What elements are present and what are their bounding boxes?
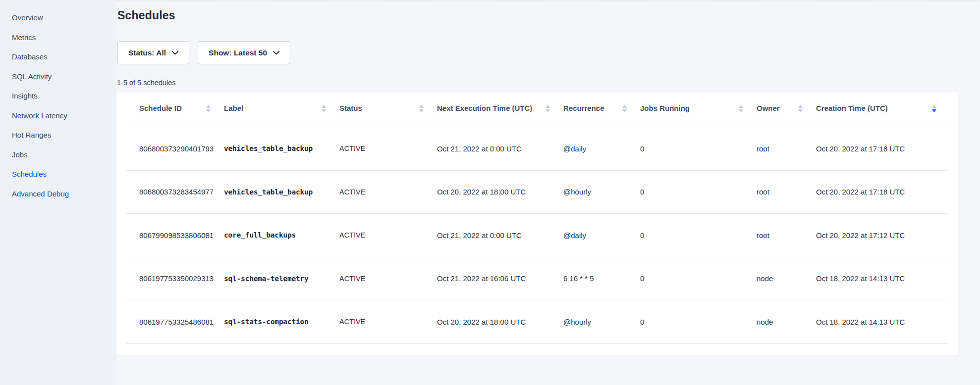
table-row[interactable]: 806197753350029313 sql-schema-telemetry … [126, 257, 948, 301]
column-header-label: Jobs Running [640, 104, 690, 115]
column-header-label: Status [339, 104, 362, 115]
column-header[interactable]: Jobs Running [640, 93, 757, 127]
table-row[interactable]: 806800373290401793 vehicles_table_backup… [126, 127, 948, 171]
sidebar-item-label: SQL Activity [12, 72, 52, 81]
cell-label: vehicles_table_backup [224, 144, 339, 152]
sidebar-item-label: Advanced Debug [12, 190, 69, 198]
cell-owner: root [757, 144, 816, 153]
cell-label: vehicles_table_backup [224, 188, 339, 196]
cell-status: ACTIVE [339, 318, 437, 326]
sidebar-item-label: Metrics [12, 33, 36, 42]
schedules-table: Schedule ID Label Status Next Execution … [116, 93, 958, 355]
sidebar-item-overview[interactable]: Overview [0, 8, 116, 28]
cell-jobs-running: 0 [640, 274, 757, 283]
sort-arrows-icon[interactable] [419, 104, 424, 115]
cell-owner: node [757, 318, 816, 326]
column-header[interactable]: Owner [757, 93, 816, 127]
sidebar-item-label: Insights [12, 92, 38, 100]
cell-jobs-running: 0 [640, 144, 757, 153]
sort-arrows-icon[interactable] [738, 104, 744, 115]
sidebar-item-label: Hot Ranges [12, 131, 51, 139]
cell-label: sql-stats-compaction [224, 318, 339, 326]
cell-creation-time: Oct 18, 2022 at 14:13 UTC [816, 274, 948, 283]
cell-next-execution-time: Oct 21, 2022 at 0:00 UTC [437, 231, 563, 240]
sort-arrows-icon[interactable] [622, 104, 627, 115]
table-body: 806800373290401793 vehicles_table_backup… [116, 127, 958, 344]
status-filter-label: Status: All [128, 48, 166, 57]
column-header-label: Owner [757, 104, 780, 115]
cell-status: ACTIVE [339, 188, 437, 196]
cell-schedule-id: 806800373290401793 [126, 144, 224, 153]
cell-status: ACTIVE [339, 144, 437, 152]
column-header[interactable]: Next Execution Time (UTC) [437, 93, 563, 127]
sidebar-item-schedules[interactable]: Schedules [0, 164, 116, 184]
column-header-label: Schedule ID [139, 104, 182, 115]
sidebar-item-jobs[interactable]: Jobs [0, 145, 116, 165]
cell-recurrence: @daily [563, 144, 640, 153]
column-header[interactable]: Schedule ID [126, 93, 224, 127]
sidebar-item-label: Schedules [12, 170, 47, 178]
table-row[interactable]: 806800373283454977 vehicles_table_backup… [126, 171, 948, 214]
cell-next-execution-time: Oct 20, 2022 at 18:00 UTC [437, 318, 563, 326]
results-count: 1-5 of 5 schedules [117, 79, 176, 87]
table-row[interactable]: 806799098533806081 core_full_backups ACT… [126, 214, 948, 257]
sidebar-item-databases[interactable]: Databases [0, 47, 116, 67]
column-header[interactable]: Creation Time (UTC) [816, 93, 948, 127]
table-header-row: Schedule ID Label Status Next Execution … [126, 93, 948, 127]
cell-next-execution-time: Oct 21, 2022 at 16:06 UTC [437, 274, 563, 283]
cell-next-execution-time: Oct 21, 2022 at 0:00 UTC [437, 144, 563, 153]
cell-label: sql-schema-telemetry [224, 275, 339, 283]
cell-schedule-id: 806799098533806081 [126, 231, 224, 240]
cell-owner: node [757, 274, 816, 283]
sort-arrows-icon[interactable] [206, 104, 211, 115]
column-header[interactable]: Recurrence [563, 93, 640, 127]
column-header[interactable]: Status [339, 93, 437, 127]
page-title: Schedules [117, 9, 175, 22]
sidebar-item-sql-activity[interactable]: SQL Activity [0, 67, 116, 87]
sort-arrows-icon[interactable] [321, 104, 327, 115]
cell-recurrence: @daily [563, 231, 640, 240]
sidebar-item-label: Network Latency [12, 111, 67, 120]
cell-status: ACTIVE [339, 275, 437, 283]
cell-recurrence: @hourly [563, 318, 640, 326]
column-header-label: Label [224, 104, 243, 115]
column-header-label: Next Execution Time (UTC) [437, 104, 532, 115]
column-header-label: Creation Time (UTC) [816, 104, 888, 115]
cell-creation-time: Oct 18, 2022 at 14:13 UTC [816, 318, 948, 326]
cell-label: core_full_backups [224, 231, 339, 239]
sidebar-item-hot-ranges[interactable]: Hot Ranges [0, 125, 116, 145]
cell-status: ACTIVE [339, 231, 437, 239]
cell-schedule-id: 806197753325486081 [126, 318, 224, 326]
status-filter-dropdown[interactable]: Status: All [117, 41, 189, 64]
cell-schedule-id: 806800373283454977 [126, 188, 224, 196]
cell-jobs-running: 0 [640, 231, 757, 240]
cell-schedule-id: 806197753350029313 [126, 274, 224, 283]
sort-arrows-icon[interactable] [545, 104, 550, 115]
sidebar-nav: Overview Metrics Databases SQL Activity … [0, 0, 116, 385]
show-filter-label: Show: Latest 50 [209, 48, 267, 57]
chevron-down-icon [172, 51, 178, 55]
chevron-down-icon [273, 51, 279, 55]
cell-jobs-running: 0 [640, 188, 757, 196]
cell-next-execution-time: Oct 20, 2022 at 18:00 UTC [437, 188, 563, 196]
sidebar-item-metrics[interactable]: Metrics [0, 28, 116, 48]
column-header-label: Recurrence [563, 104, 604, 115]
show-filter-dropdown[interactable]: Show: Latest 50 [198, 41, 290, 64]
sidebar-item-advanced-debug[interactable]: Advanced Debug [0, 184, 116, 204]
cell-recurrence: 6 16 * * 5 [563, 274, 640, 283]
cell-recurrence: @hourly [563, 188, 640, 196]
sidebar-item-label: Overview [12, 13, 43, 22]
sidebar-item-network-latency[interactable]: Network Latency [0, 106, 116, 126]
cell-jobs-running: 0 [640, 318, 757, 326]
cell-owner: root [757, 188, 816, 196]
sidebar-item-label: Databases [12, 52, 48, 61]
cell-creation-time: Oct 20, 2022 at 17:18 UTC [816, 144, 948, 153]
sort-arrows-icon[interactable] [798, 104, 803, 115]
cell-owner: root [757, 231, 816, 240]
main-content: Schedules Status: All Show: Latest 50 1-… [116, 0, 980, 385]
sort-arrows-icon[interactable] [931, 104, 937, 115]
column-header[interactable]: Label [224, 93, 339, 127]
table-row[interactable]: 806197753325486081 sql-stats-compaction … [126, 300, 948, 344]
sidebar-item-label: Jobs [12, 150, 28, 159]
sidebar-item-insights[interactable]: Insights [0, 86, 116, 106]
